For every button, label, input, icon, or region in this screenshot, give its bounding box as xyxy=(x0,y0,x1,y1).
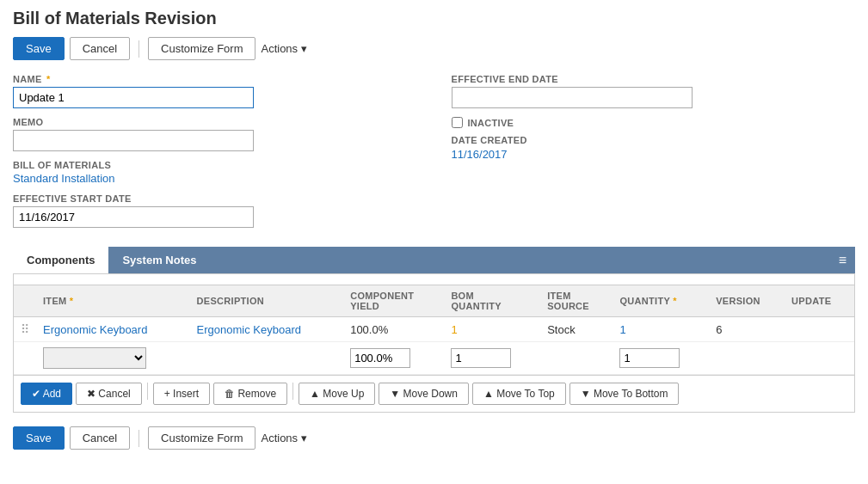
insert-button[interactable]: + Insert xyxy=(153,383,210,405)
name-input[interactable] xyxy=(13,87,254,108)
bom-field-group: BILL OF MATERIALS Standard Installation xyxy=(13,160,417,185)
move-down-button[interactable]: ▼ Move Down xyxy=(379,383,469,405)
bom-qty-link[interactable]: 1 xyxy=(451,323,457,336)
bom-qty-cell: 1 xyxy=(444,317,540,342)
bottom-save-button[interactable]: Save xyxy=(13,426,65,450)
cancel-button[interactable]: Cancel xyxy=(70,37,130,60)
date-created-value: 11/16/2017 xyxy=(452,148,856,161)
new-item-source-hatch xyxy=(540,342,613,375)
inactive-checkbox[interactable] xyxy=(452,117,463,128)
new-item-select[interactable] xyxy=(43,347,146,369)
new-description-hatch xyxy=(190,342,344,375)
version-cell: 6 xyxy=(709,317,785,342)
page-wrapper: Bill of Materials Revision Save Cancel C… xyxy=(0,0,868,458)
item-cell: Ergonomic Keyboard xyxy=(36,317,190,342)
page-title: Bill of Materials Revision xyxy=(13,9,855,28)
col-yield: COMPONENTYIELD xyxy=(343,285,444,317)
new-quantity-cell xyxy=(613,342,709,375)
toolbar-divider xyxy=(139,40,139,58)
description-link[interactable]: Ergonomic Keyboard xyxy=(197,323,301,336)
effective-end-input[interactable] xyxy=(452,87,693,108)
bottom-cancel-button[interactable]: Cancel xyxy=(70,426,130,450)
effective-start-field-group: EFFECTIVE START DATE xyxy=(13,193,417,228)
effective-start-label: EFFECTIVE START DATE xyxy=(13,193,417,204)
new-version-hatch xyxy=(709,342,785,375)
row-cancel-button[interactable]: ✖ Cancel xyxy=(76,383,142,405)
name-label: NAME * xyxy=(13,74,417,84)
components-table: ITEM * DESCRIPTION COMPONENTYIELD BOMQUA… xyxy=(14,285,854,375)
yield-value: 100.0% xyxy=(350,323,388,336)
memo-field-group: MEMO xyxy=(13,117,417,151)
qty-required-star: * xyxy=(673,296,677,306)
col-description: DESCRIPTION xyxy=(190,285,344,317)
description-cell: Ergonomic Keyboard xyxy=(190,317,344,342)
drag-handle-icon: ⠿ xyxy=(21,322,29,336)
effective-start-input[interactable] xyxy=(13,206,254,228)
bom-link[interactable]: Standard Installation xyxy=(13,172,115,185)
col-update: UPDATE xyxy=(785,285,854,317)
remove-button[interactable]: 🗑 Remove xyxy=(213,383,287,405)
table-row: ⠿ Ergonomic Keyboard Ergonomic Keyboard … xyxy=(14,317,854,342)
drag-handle-cell[interactable]: ⠿ xyxy=(14,317,36,342)
item-link[interactable]: Ergonomic Keyboard xyxy=(43,323,147,336)
item-source-cell: Stock xyxy=(540,317,613,342)
move-to-top-button[interactable]: ▲ Move To Top xyxy=(472,383,566,405)
form-area: NAME * MEMO BILL OF MATERIALS Standard I… xyxy=(13,74,855,236)
col-item: ITEM * xyxy=(36,285,190,317)
form-left: NAME * MEMO BILL OF MATERIALS Standard I… xyxy=(13,74,417,236)
table-container: ITEM * DESCRIPTION COMPONENTYIELD BOMQUA… xyxy=(13,273,855,413)
col-bom-qty: BOMQUANTITY xyxy=(444,285,540,317)
inactive-row: INACTIVE xyxy=(452,117,856,128)
quantity-link[interactable]: 1 xyxy=(619,323,625,336)
new-yield-cell xyxy=(343,342,444,375)
table-header-row: ITEM * DESCRIPTION COMPONENTYIELD BOMQUA… xyxy=(14,285,854,317)
new-item-cell xyxy=(36,342,190,375)
save-button[interactable]: Save xyxy=(13,37,65,60)
effective-end-label: EFFECTIVE END DATE xyxy=(452,74,856,84)
bottom-actions-button[interactable]: Actions ▾ xyxy=(261,432,306,444)
col-drag xyxy=(14,285,36,317)
action-buttons-bar: ✔ Add ✖ Cancel + Insert 🗑 Remove ▲ Move … xyxy=(14,375,854,412)
date-created-label: DATE CREATED xyxy=(452,135,856,145)
new-table-row xyxy=(14,342,854,375)
new-quantity-input[interactable] xyxy=(619,348,680,368)
move-up-button[interactable]: ▲ Move Up xyxy=(299,383,375,405)
table-spacer xyxy=(14,274,854,285)
memo-input[interactable] xyxy=(13,130,254,151)
new-bom-qty-cell xyxy=(444,342,540,375)
move-to-bottom-button[interactable]: ▼ Move To Bottom xyxy=(569,383,680,405)
col-quantity: QUANTITY * xyxy=(613,285,709,317)
name-field-group: NAME * xyxy=(13,74,417,108)
new-update-hatch xyxy=(785,342,854,375)
name-required-star: * xyxy=(44,74,51,84)
col-version: VERSION xyxy=(709,285,785,317)
form-right: EFFECTIVE END DATE INACTIVE DATE CREATED… xyxy=(452,74,856,236)
new-bom-qty-input[interactable] xyxy=(451,348,511,368)
update-cell xyxy=(785,317,854,342)
effective-end-field-group: EFFECTIVE END DATE xyxy=(452,74,856,108)
bottom-toolbar-divider xyxy=(139,430,139,447)
top-toolbar: Save Cancel Customize Form Actions ▾ xyxy=(13,37,855,60)
bottom-customize-button[interactable]: Customize Form xyxy=(148,426,255,450)
new-drag-cell xyxy=(14,342,36,375)
yield-cell: 100.0% xyxy=(343,317,444,342)
tab-components[interactable]: Components xyxy=(13,247,108,273)
new-yield-input[interactable] xyxy=(350,348,410,368)
tab-menu-icon[interactable]: ≡ xyxy=(830,248,855,273)
action-divider-1 xyxy=(147,383,148,400)
memo-label: MEMO xyxy=(13,117,417,127)
item-required-star: * xyxy=(70,296,74,306)
bom-label: BILL OF MATERIALS xyxy=(13,160,417,170)
action-divider-2 xyxy=(292,383,293,400)
customize-form-button[interactable]: Customize Form xyxy=(148,37,255,60)
tab-system-notes[interactable]: System Notes xyxy=(108,247,210,273)
actions-button[interactable]: Actions ▾ xyxy=(261,42,306,55)
tabs-bar: Components System Notes ≡ xyxy=(13,247,855,273)
add-button[interactable]: ✔ Add xyxy=(21,383,72,405)
inactive-label: INACTIVE xyxy=(468,118,514,128)
date-created-field-group: DATE CREATED 11/16/2017 xyxy=(452,135,856,161)
col-item-source: ITEMSOURCE xyxy=(540,285,613,317)
quantity-cell: 1 xyxy=(613,317,709,342)
bottom-toolbar: Save Cancel Customize Form Actions ▾ xyxy=(13,426,855,450)
